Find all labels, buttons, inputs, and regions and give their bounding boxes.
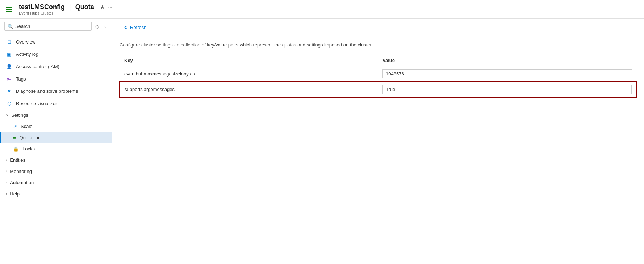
column-header-value: Value	[378, 55, 636, 66]
row-1-value	[378, 66, 636, 82]
sidebar-item-label: Overview	[16, 39, 106, 45]
hamburger-menu[interactable]	[6, 7, 12, 12]
row-1-value-input[interactable]	[382, 69, 632, 78]
header-title: testLMSConfig | Quota ★ ···	[19, 3, 112, 11]
sidebar-nav: ⊞ Overview ▣ Activity log 👤 Access contr…	[0, 34, 112, 201]
header-subtitle: Event Hubs Cluster	[19, 11, 112, 15]
automation-chevron: ›	[6, 181, 7, 185]
monitoring-chevron: ›	[6, 169, 7, 173]
sidebar-item-label: Diagnose and solve problems	[16, 88, 106, 94]
quota-table: Key Value eventhubmaxmessagesizeinbytes	[120, 55, 637, 98]
sidebar-item-label: Locks	[22, 146, 35, 152]
title-separator: |	[69, 3, 71, 11]
automation-section-label: Automation	[10, 180, 34, 185]
table-header-row: Key Value	[120, 55, 636, 66]
page-title: Quota	[75, 3, 94, 11]
header-title-group: testLMSConfig | Quota ★ ··· Event Hubs C…	[19, 3, 112, 15]
row-1-key: eventhubmaxmessagesizeinbytes	[120, 66, 378, 82]
scale-icon: ↗	[13, 124, 17, 129]
resource-visualizer-icon: ⬡	[6, 100, 12, 107]
activity-log-icon: ▣	[6, 51, 12, 57]
row-2-key: supportslargemessages	[120, 82, 378, 97]
sidebar-item-resource-visualizer[interactable]: ⬡ Resource visualizer	[0, 97, 112, 110]
sidebar-item-overview[interactable]: ⊞ Overview	[0, 36, 112, 48]
sidebar-item-tags[interactable]: 🏷 Tags	[0, 73, 112, 85]
sidebar: 🔍 ◇ ‹ ⊞ Overview ▣ Activity log 👤	[0, 19, 112, 264]
sidebar-item-label: Tags	[16, 76, 106, 82]
quota-icon: ≡	[13, 135, 16, 140]
table-row: eventhubmaxmessagesizeinbytes	[120, 66, 636, 82]
favorite-icon[interactable]: ★	[100, 4, 105, 10]
sidebar-item-access-control[interactable]: 👤 Access control (IAM)	[0, 60, 112, 73]
sidebar-item-label: Resource visualizer	[16, 101, 106, 106]
search-box[interactable]: 🔍	[4, 22, 92, 31]
sidebar-item-activity-log[interactable]: ▣ Activity log	[0, 48, 112, 60]
resource-name: testLMSConfig	[19, 3, 65, 11]
search-icon: 🔍	[8, 24, 13, 29]
refresh-icon: ↻	[124, 25, 128, 30]
settings-section-label: Settings	[11, 112, 28, 118]
entities-section-header[interactable]: › Entities	[0, 154, 112, 166]
settings-section-header[interactable]: ∨ Settings	[0, 110, 112, 121]
top-header: testLMSConfig | Quota ★ ··· Event Hubs C…	[0, 0, 644, 19]
sidebar-icons: ◇ ‹	[94, 23, 108, 30]
column-header-key: Key	[120, 55, 378, 66]
monitoring-section-header[interactable]: › Monitoring	[0, 166, 112, 177]
search-input[interactable]	[15, 24, 88, 29]
quota-star-icon[interactable]: ★	[36, 135, 40, 140]
main-layout: 🔍 ◇ ‹ ⊞ Overview ▣ Activity log 👤	[0, 19, 644, 264]
sidebar-item-locks[interactable]: 🔒 Locks	[0, 143, 112, 154]
more-options-icon[interactable]: ···	[108, 4, 113, 10]
sidebar-item-scale[interactable]: ↗ Scale	[0, 121, 112, 132]
content-toolbar: ↻ Refresh	[112, 19, 644, 36]
entities-section-label: Entities	[10, 157, 25, 163]
refresh-label: Refresh	[130, 25, 147, 30]
help-section-header[interactable]: › Help	[0, 188, 112, 199]
iam-icon: 👤	[6, 63, 12, 70]
sidebar-item-label: Activity log	[16, 51, 106, 57]
header-actions: ★ ···	[100, 4, 113, 10]
description-text: Configure cluster settings - a collectio…	[120, 42, 637, 48]
entities-chevron: ›	[6, 158, 7, 162]
automation-section-header[interactable]: › Automation	[0, 177, 112, 188]
sidebar-search-row: 🔍 ◇ ‹	[0, 19, 112, 34]
row-2-value	[378, 82, 636, 97]
overview-icon: ⊞	[6, 38, 12, 45]
sidebar-item-label: Access control (IAM)	[16, 64, 106, 69]
table-row: supportslargemessages	[120, 82, 636, 97]
diagnose-icon: ✕	[6, 88, 12, 94]
help-chevron: ›	[6, 192, 7, 196]
locks-icon: 🔒	[13, 146, 19, 152]
content-area: ↻ Refresh Configure cluster settings - a…	[112, 19, 644, 264]
sidebar-item-diagnose[interactable]: ✕ Diagnose and solve problems	[0, 85, 112, 97]
help-section-label: Help	[10, 191, 20, 197]
sidebar-item-label: Scale	[21, 124, 33, 129]
sidebar-item-label: Quota	[20, 135, 32, 140]
sidebar-item-quota[interactable]: ≡ Quota ★	[0, 132, 112, 143]
content-body: Configure cluster settings - a collectio…	[112, 36, 644, 103]
refresh-button[interactable]: ↻ Refresh	[120, 22, 151, 32]
tags-icon: 🏷	[6, 75, 12, 82]
diamond-icon[interactable]: ◇	[94, 23, 101, 30]
settings-chevron: ∨	[6, 113, 8, 117]
monitoring-section-label: Monitoring	[10, 169, 32, 174]
row-2-value-input[interactable]	[382, 85, 632, 94]
collapse-icon[interactable]: ‹	[103, 23, 108, 30]
